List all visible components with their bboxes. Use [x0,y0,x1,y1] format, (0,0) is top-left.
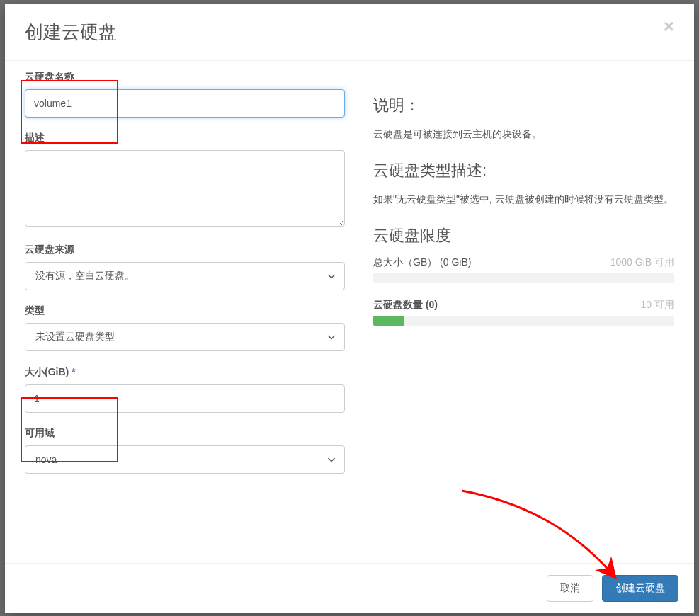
explain-text: 云硬盘是可被连接到云主机的块设备。 [373,126,674,143]
section-limits: 云硬盘限度 总大小（GB） (0 GiB) 1000 GiB 可用 云硬盘数量 … [373,225,674,326]
quota-volume-count: 云硬盘数量 (0) 10 可用 [373,299,674,326]
volume-source-selected: 没有源，空白云硬盘。 [35,270,135,283]
az-label: 可用域 [25,427,345,440]
form-column: 云硬盘名称 描述 云硬盘来源 没有源，空白云硬盘。 类型 未设 [25,71,345,556]
quota-total-size-avail: 1000 GiB 可用 [610,256,674,269]
chevron-down-icon [327,333,336,341]
field-description: 描述 [25,132,345,229]
volume-source-label: 云硬盘来源 [25,244,345,256]
cancel-button-label: 取消 [560,582,580,595]
description-label: 描述 [25,132,345,144]
field-size: 大小(GiB) * [25,365,345,413]
quota-count-avail: 10 可用 [641,299,674,312]
info-column: 说明： 云硬盘是可被连接到云主机的块设备。 云硬盘类型描述: 如果"无云硬盘类型… [373,71,674,556]
field-availability-zone: 可用域 nova [25,427,345,474]
quota-count-label: 云硬盘数量 (0) [373,299,438,312]
modal-title: 创建云硬盘 [25,20,117,45]
explain-heading: 说明： [373,95,674,116]
volume-source-select[interactable]: 没有源，空白云硬盘。 [25,262,345,290]
field-volume-type: 类型 未设置云硬盘类型 [25,304,345,351]
required-marker: * [72,365,76,377]
submit-button[interactable]: 创建云硬盘 [602,575,678,602]
volume-type-label: 类型 [25,304,345,317]
quota-total-size-bar [373,273,674,283]
section-explain: 说明： 云硬盘是可被连接到云主机的块设备。 [373,95,674,143]
cancel-button[interactable]: 取消 [547,575,593,602]
chevron-down-icon [327,455,336,464]
section-type-desc: 云硬盘类型描述: 如果"无云硬盘类型"被选中, 云硬盘被创建的时候将没有云硬盘类… [373,160,674,208]
volume-type-selected: 未设置云硬盘类型 [35,331,115,343]
chevron-down-icon [327,272,336,280]
description-textarea[interactable] [25,150,345,227]
size-input[interactable] [25,384,345,413]
size-label: 大小(GiB) * [25,365,345,379]
type-desc-heading: 云硬盘类型描述: [373,160,674,181]
quota-total-size: 总大小（GB） (0 GiB) 1000 GiB 可用 [373,256,674,283]
close-icon[interactable]: × [664,17,674,35]
submit-button-label: 创建云硬盘 [615,582,665,595]
size-label-text: 大小(GiB) [25,366,69,377]
field-volume-name: 云硬盘名称 [25,71,345,118]
type-desc-text: 如果"无云硬盘类型"被选中, 云硬盘被创建的时候将没有云硬盘类型。 [373,191,674,208]
volume-type-select[interactable]: 未设置云硬盘类型 [25,323,345,351]
az-select[interactable]: nova [25,445,345,474]
create-volume-modal: 创建云硬盘 × 云硬盘名称 描述 云硬盘来源 没有源，空白云硬盘。 [5,4,694,613]
field-volume-source: 云硬盘来源 没有源，空白云硬盘。 [25,244,345,290]
limits-heading: 云硬盘限度 [373,225,674,246]
quota-count-bar [373,316,674,326]
volume-name-label: 云硬盘名称 [25,71,345,84]
modal-footer: 取消 创建云硬盘 [5,563,694,613]
modal-header: 创建云硬盘 × [5,4,694,61]
quota-total-size-label: 总大小（GB） (0 GiB) [373,256,471,269]
quota-count-fill [373,316,404,326]
modal-body: 云硬盘名称 描述 云硬盘来源 没有源，空白云硬盘。 类型 未设 [5,61,694,563]
az-selected: nova [35,454,57,465]
volume-name-input[interactable] [25,89,345,118]
